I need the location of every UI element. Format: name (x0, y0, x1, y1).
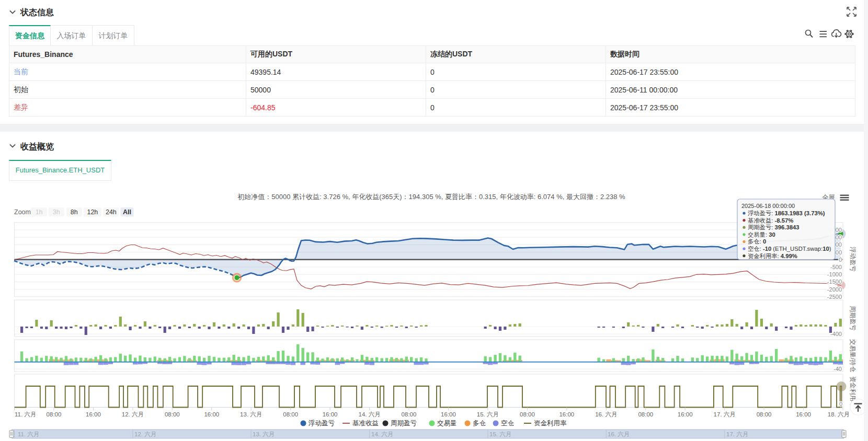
svg-text:16:00: 16:00 (323, 411, 338, 417)
svg-text:08:00: 08:00 (283, 411, 298, 417)
svg-text:Zoom: Zoom (14, 208, 31, 216)
svg-text:周期盈亏: 周期盈亏 (849, 306, 856, 331)
svg-text:16:00: 16:00 (796, 411, 811, 417)
svg-text:14. 六月: 14. 六月 (371, 431, 393, 437)
svg-text:13. 六月: 13. 六月 (240, 411, 262, 417)
svg-text:08:00: 08:00 (638, 411, 653, 417)
svg-text:基准收益: -8.57%: 基准收益: -8.57% (748, 217, 793, 224)
svg-text:交易量/持仓: 交易量/持仓 (849, 339, 856, 372)
svg-text:14. 六月: 14. 六月 (359, 411, 381, 417)
svg-text:16:00: 16:00 (441, 411, 456, 417)
svg-text:16. 六月: 16. 六月 (608, 431, 630, 437)
svg-text:浮动盈亏: 浮动盈亏 (308, 420, 335, 427)
svg-text:交易量: 30: 交易量: 30 (748, 231, 775, 238)
svg-text:空仓: -10 (ETH_USDT.swap:10): 空仓: -10 (ETH_USDT.swap:10) (748, 246, 831, 252)
svg-text:周期盈亏: 396.3843: 周期盈亏: 396.3843 (748, 224, 800, 230)
svg-text:12h: 12h (87, 208, 98, 216)
svg-text:16:00: 16:00 (678, 411, 693, 417)
svg-text:16:00: 16:00 (559, 411, 574, 417)
svg-text:15. 六月: 15. 六月 (477, 411, 499, 417)
svg-text:初始净值：50000 累计收益: 3.726 %, 年化收益: 初始净值：50000 累计收益: 3.726 %, 年化收益(365天)：194… (237, 193, 625, 201)
svg-text:3h: 3h (53, 208, 60, 216)
svg-text:-1500: -1500 (827, 278, 842, 285)
svg-text:基准收益: 基准收益 (352, 420, 379, 427)
svg-text:15. 六月: 15. 六月 (489, 431, 511, 437)
svg-text:周期盈亏: 周期盈亏 (391, 420, 417, 427)
svg-text:1h: 1h (36, 208, 43, 216)
svg-text:24h: 24h (106, 208, 117, 216)
svg-text:08:00: 08:00 (165, 411, 180, 417)
svg-text:17. 六月: 17. 六月 (726, 431, 748, 437)
svg-text:2025-06-18 00:00:00: 2025-06-18 00:00:00 (741, 203, 795, 209)
svg-text:16:00: 16:00 (204, 411, 219, 417)
svg-text:资金利用率: 资金利用率 (534, 420, 567, 427)
svg-text:18. 六月: 18. 六月 (828, 411, 850, 417)
svg-text:17. 六月: 17. 六月 (714, 411, 736, 417)
svg-text:多仓: 0: 多仓: 0 (748, 238, 766, 245)
svg-text:11. 六月: 11. 六月 (15, 411, 36, 417)
svg-text:浮动盈亏: 浮动盈亏 (849, 247, 856, 272)
svg-text:多仓: 多仓 (473, 420, 486, 427)
svg-text:交易量: 交易量 (437, 420, 457, 427)
svg-text:13. 六月: 13. 六月 (253, 431, 275, 437)
svg-text:-1000: -1000 (827, 271, 842, 277)
svg-text:16. 六月: 16. 六月 (595, 411, 617, 417)
svg-text:11. 六月: 11. 六月 (18, 431, 39, 437)
svg-text:-2000: -2000 (827, 286, 842, 293)
svg-text:空仓: 空仓 (501, 420, 515, 427)
svg-text:08:00: 08:00 (47, 411, 62, 417)
svg-text:08:00: 08:00 (520, 411, 535, 417)
svg-text:0: 0 (839, 401, 842, 407)
svg-text:0: 0 (839, 257, 842, 263)
svg-text:-500: -500 (830, 264, 842, 270)
svg-text:All: All (123, 208, 131, 216)
svg-text:08:00: 08:00 (757, 411, 772, 417)
svg-text:浮动盈亏: 1863.1983 (3.73%): 浮动盈亏: 1863.1983 (3.73%) (748, 210, 825, 216)
svg-text:08:00: 08:00 (402, 411, 417, 417)
svg-text:12. 六月: 12. 六月 (134, 431, 156, 437)
svg-text:-2500: -2500 (827, 294, 842, 300)
svg-text:-40: -40 (833, 366, 842, 372)
svg-text:8h: 8h (71, 208, 78, 216)
svg-text:12. 六月: 12. 六月 (122, 411, 144, 417)
svg-text:16:00: 16:00 (86, 411, 101, 417)
svg-text:-400: -400 (830, 331, 842, 337)
svg-text:资金利用率: 4.99%: 资金利用率: 4.99% (748, 253, 797, 259)
